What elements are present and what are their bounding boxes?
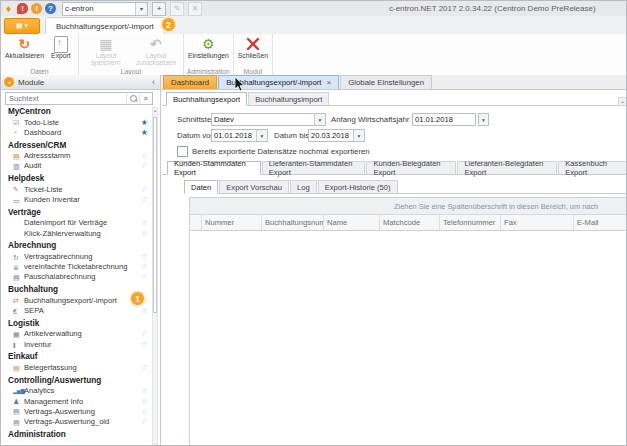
sidebar-item-dashboard[interactable]: ◔ Dashboard ★ [1,128,151,138]
anfang-wirtschaftsjahr-dropdown[interactable]: ▾ [478,113,489,126]
favorite-star-icon[interactable]: ☆ [141,185,148,195]
favorite-star-icon[interactable]: ☆ [141,363,148,373]
export-button[interactable]: ↑ Export [46,35,76,60]
ticket-pen-icon: ✎ [13,186,24,193]
einstellungen-button[interactable]: ⚙ Einstellungen [186,35,231,60]
sidebar-item-sepa[interactable]: € SEPA ☆ [1,306,151,316]
sidebar-item-klick-zaehlerverwaltung[interactable]: Klick-Zählerverwaltung ☆ [1,229,151,239]
scroll-up-icon[interactable]: ▴ [153,108,157,114]
datum-bis-field[interactable]: 20.03.2018 ▾ [308,129,365,142]
chevron-down-icon[interactable]: ▾ [256,130,267,141]
sidebar-item-vereinfachte-ticketabrechnung[interactable]: ≣ vereinfachte Ticketabrechnung ☆ [1,262,151,272]
favorite-star-icon[interactable]: ☆ [141,252,148,262]
sidebar-item-todo-liste[interactable]: ☑ Todo-Liste ★ [1,118,151,128]
tab-kunden-belegdaten-export[interactable]: Kunden-Belegdaten Export [366,161,456,174]
schnittstelle-combo[interactable]: Datev ▾ [211,113,326,126]
sidebar-item-datenimport-vertraege[interactable]: Datenimport für Verträge ☆ [1,218,151,228]
tab-kassenbuch-export[interactable]: Kassenbuch Export [558,161,627,174]
checkbox-unchecked[interactable] [177,146,188,157]
sidebar-item-vertrags-auswertung-old[interactable]: ▤ Vertrags-Auswertung_old ☆ [1,417,151,427]
sidebar-item-management-info[interactable]: ♟ Management Info ☆ [1,397,151,407]
sidebar-item-artikelverwaltung[interactable]: ▦ Artikelverwaltung ☆ [1,329,151,339]
info-icon[interactable]: i [31,3,42,14]
tab-export-vorschau[interactable]: Export Vorschau [219,180,289,193]
favorite-star-icon[interactable]: ☆ [141,397,148,407]
tab-daten[interactable]: Daten [184,180,218,194]
workspace-combo[interactable]: ▾ [62,2,148,16]
favorite-star-icon[interactable]: ☆ [141,417,148,427]
favorite-star-icon[interactable]: ☆ [141,340,148,350]
chevron-down-icon[interactable]: ▾ [353,130,364,141]
tab-lieferanten-stammdaten-export[interactable]: Lieferanten-Stammdaten Export [262,161,366,174]
grid-group-panel[interactable]: Ziehen Sie eine Spaltenüberschrift in di… [190,198,627,215]
favorite-star-icon[interactable]: ☆ [141,407,148,417]
favorite-star-icon[interactable]: ☆ [141,229,148,239]
doc-tab-dashboard[interactable]: Dashboard [163,75,217,89]
ribbon-group-layout: ▦ Layout speichern ↶ Layout zurücksetzen… [79,34,184,76]
collapse-panel-icon[interactable]: ‹ [152,77,160,87]
tab-buchhaltungsexport[interactable]: Buchhaltungsexport [166,92,247,106]
sidebar-item-adressstamm[interactable]: ▤ Adressstamm ☆ [1,151,151,161]
tab-export-historie[interactable]: Export-Historie (50) [318,180,398,193]
module-panel-header[interactable]: ◂ Module ‹ [1,75,161,90]
sidebar-item-audit[interactable]: ▥ Audit ☆ [1,161,151,171]
scrollbar-thumb[interactable] [153,117,157,313]
chevron-down-icon[interactable]: ▾ [314,114,325,125]
column-header-buchhaltungsnummer[interactable]: Buchhaltungsnum... [262,215,324,230]
sidebar-item-vertragsabrechnung[interactable]: ↻ Vertragsabrechnung ☆ [1,252,151,262]
sidebar-item-analytics[interactable]: ▂▅▇ Analytics ☆ [1,386,151,396]
clear-search-icon[interactable]: ✕ [139,93,152,104]
group-label-layout: Layout [79,68,183,75]
column-header-email[interactable]: E-Mail [574,215,627,230]
sidebar-search-box[interactable]: ✕ [5,92,153,105]
favorite-star-icon[interactable]: ☆ [141,218,148,228]
favorite-star-icon[interactable]: ☆ [141,195,148,205]
favorite-star-icon[interactable]: ★ [141,128,148,138]
datum-von-field[interactable]: 01.01.2018 ▾ [211,129,268,142]
sidebar-item-buchhaltungsexport-import[interactable]: ⇄ Buchhaltungsexport/-import ☆ [1,296,151,306]
sidebar-scrollbar[interactable]: ▴ [152,107,158,445]
doc-tab-globale-einstellungen[interactable]: Globale Einstellungen [340,75,432,89]
workspace-input[interactable] [63,4,135,14]
favorite-star-icon[interactable]: ☆ [141,262,148,272]
column-header-nummer[interactable]: Nummer [202,215,262,230]
help-icon[interactable]: ? [45,3,56,14]
export-again-checkbox-row[interactable]: Bereits exportierte Datensätze nochmal e… [177,146,370,157]
notification-balloon-icon[interactable]: ! [17,3,28,14]
chevron-down-icon[interactable]: ▾ [135,3,147,15]
column-header-fax[interactable]: Fax [501,215,574,230]
favorite-star-icon[interactable]: ☆ [141,329,148,339]
favorite-star-icon[interactable]: ☆ [141,306,148,316]
favorite-star-icon[interactable]: ★ [141,118,148,128]
column-header-name[interactable]: Name [324,215,380,230]
sidebar-item-pauschalabrechnung[interactable]: ▤ Pauschalabrechnung ☆ [1,272,151,282]
sidebar-item-vertrags-auswertung[interactable]: ▤ Vertrags-Auswertung ☆ [1,407,151,417]
favorite-star-icon[interactable]: ☆ [141,151,148,161]
view-tab-strip: Daten Export Vorschau Log Export-Histori… [184,179,627,194]
content-scroll-up-button[interactable]: ▴ [618,97,627,106]
column-header-telefonnummer[interactable]: Telefonnummer [440,215,501,230]
application-menu-button[interactable]: ▦ ▾ [4,18,40,34]
tab-log[interactable]: Log [290,180,317,193]
anfang-wirtschaftsjahr-field[interactable]: 01.01.2018 [412,113,476,126]
tab-buchhaltungsimport[interactable]: Buchhaltungsimport [248,92,329,105]
sidebar-item-inventur[interactable]: ||| Inventur ☆ [1,340,151,350]
schliessen-button[interactable]: Schließen [236,35,270,60]
sidebar-item-ticket-liste[interactable]: ✎ Ticket-Liste ☆ [1,185,151,195]
sidebar-item-kunden-inventar[interactable]: ▭ Kunden Inventar ☆ [1,195,151,205]
search-input[interactable] [6,94,126,103]
chevron-down-icon[interactable]: ▾ [479,114,488,125]
tab-lieferanten-belegdaten-export[interactable]: Lieferanten-Belegdaten Export [457,161,557,174]
close-tab-icon[interactable]: × [327,78,332,87]
column-header-matchcode[interactable]: Matchcode [380,215,440,230]
favorite-star-icon[interactable]: ☆ [141,386,148,396]
tab-kunden-stammdaten-export[interactable]: Kunden-Stammdaten Export [167,161,261,175]
sidebar-item-belegerfassung[interactable]: ▤ Belegerfassung ☆ [1,363,151,373]
add-workspace-button[interactable]: + [152,2,166,16]
aktualisieren-button[interactable]: ↻ Aktualisieren [3,35,46,60]
search-icon[interactable] [126,93,139,104]
edit-workspace-button: ✎ [170,2,184,16]
favorite-star-icon[interactable]: ☆ [141,161,148,171]
favorite-star-icon[interactable]: ☆ [141,272,148,282]
ribbon-tab-buchhaltungsexport[interactable]: Buchhaltungsexport/-import [45,17,165,35]
